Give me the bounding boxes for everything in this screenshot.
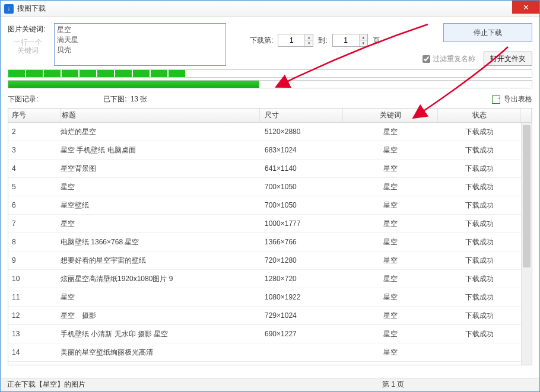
col-header-index[interactable]: 序号: [8, 109, 61, 122]
cell-status: 下载成功: [438, 200, 521, 211]
table-row[interactable]: 8电脑壁纸 1366×768 星空1366×766星空下载成功: [8, 233, 532, 251]
cell-index: 2: [8, 128, 61, 136]
cell-keyword: 星空: [343, 164, 438, 174]
page-from-label: 下载第:: [250, 36, 273, 46]
cell-index: 4: [8, 164, 61, 173]
window-title: 搜图下载: [17, 4, 46, 14]
cell-title: 美丽的星空壁纸绚丽极光高清: [61, 348, 260, 358]
top-panel: 图片关键词: 一行一个 关键词 星空 满天星 贝壳 下载第: ▲ ▼ 到: ▲ …: [1, 17, 539, 69]
table-row[interactable]: 7星空1000×1777星空下载成功: [8, 215, 532, 233]
cell-status: 下载成功: [438, 182, 521, 192]
table-row[interactable]: 10炫丽星空高清壁纸1920x1080图片 91280×720星空下载成功: [8, 270, 532, 288]
cell-title: 星空背景图: [61, 164, 260, 174]
page-range: 下载第: ▲ ▼ 到: ▲ ▼ 页: [250, 34, 380, 47]
cell-size: 690×1227: [260, 330, 343, 338]
cell-status: 下载成功: [438, 127, 521, 137]
stop-download-button[interactable]: 停止下载: [443, 23, 532, 42]
app-icon: ↓: [4, 4, 14, 14]
progress-bar-bottom: [8, 80, 532, 88]
close-icon: ✕: [523, 3, 529, 12]
page-from-down[interactable]: ▼: [305, 41, 313, 47]
filter-duplicate-checkbox[interactable]: 过滤重复名称: [423, 54, 475, 64]
cell-keyword: 星空: [343, 348, 438, 358]
table-row[interactable]: 14美丽的星空壁纸绚丽极光高清星空: [8, 343, 532, 362]
table-row[interactable]: 4星空背景图641×1140星空下载成功: [8, 160, 532, 178]
cell-status: 下载成功: [438, 145, 521, 155]
progress-bar-top: [8, 69, 532, 78]
cell-status: 下载成功: [438, 329, 521, 339]
cell-size: 729×1024: [260, 311, 343, 320]
cell-index: 8: [8, 238, 61, 246]
downloaded-label: 已下图:: [103, 94, 126, 104]
table-row[interactable]: 3星空 手机壁纸 电脑桌面683×1024星空下载成功: [8, 141, 532, 160]
cell-title: 星空: [61, 182, 260, 192]
export-label: 导出表格: [504, 94, 532, 104]
cell-keyword: 星空: [343, 200, 438, 211]
filter-duplicate-label: 过滤重复名称: [433, 54, 475, 64]
col-header-size[interactable]: 尺寸: [260, 109, 343, 122]
table-row[interactable]: 5星空700×1050星空下载成功: [8, 178, 532, 196]
cell-index: 9: [8, 256, 61, 264]
cell-keyword: 星空: [343, 182, 438, 192]
cell-size: 641×1140: [260, 164, 343, 173]
page-from-up[interactable]: ▲: [305, 34, 313, 41]
records-table: 序号 标题 尺寸 关键词 状态 2灿烂的星空5120×2880星空下载成功3星空…: [8, 108, 532, 365]
status-bar: 正在下载【星空】的图片 第 1 页: [1, 378, 539, 391]
table-row[interactable]: 13手机壁纸 小清新 无水印 摄影 星空690×1227星空下载成功: [8, 325, 532, 343]
cell-status: 下载成功: [438, 311, 521, 321]
export-icon: [492, 95, 500, 104]
cell-keyword: 星空: [343, 256, 438, 266]
table-row[interactable]: 9想要好看的星空宇宙的壁纸720×1280星空下载成功: [8, 251, 532, 270]
col-header-status[interactable]: 状态: [438, 109, 521, 122]
cell-index: 7: [8, 219, 61, 228]
cell-size: 1280×720: [260, 275, 343, 283]
page-to-spinner[interactable]: ▲ ▼: [332, 34, 368, 47]
table-row[interactable]: 6星空壁纸700×1050星空下载成功: [8, 196, 532, 215]
progress-area: [1, 69, 539, 88]
cell-title: 星空壁纸: [61, 200, 260, 211]
page-to-up[interactable]: ▲: [360, 34, 367, 41]
cell-title: 想要好看的星空宇宙的壁纸: [61, 256, 260, 266]
cell-status: 下载成功: [438, 237, 521, 247]
cell-title: 星空: [61, 219, 260, 229]
open-folder-button[interactable]: 打开文件夹: [484, 52, 532, 66]
filter-duplicate-input[interactable]: [423, 55, 430, 63]
page-to-down[interactable]: ▼: [360, 41, 367, 47]
records-header: 下图记录: 已下图: 13 张 导出表格: [1, 91, 539, 108]
table-header: 序号 标题 尺寸 关键词 状态: [8, 109, 532, 123]
page-to-input[interactable]: [333, 34, 359, 46]
records-label: 下图记录:: [8, 94, 38, 104]
table-row[interactable]: 12星空 摄影729×1024星空下载成功: [8, 307, 532, 325]
cell-title: 星空 手机壁纸 电脑桌面: [61, 145, 260, 155]
cell-keyword: 星空: [343, 329, 438, 339]
vertical-scrollbar[interactable]: [521, 123, 532, 365]
page-to-label: 到:: [318, 36, 327, 46]
table-row[interactable]: 2灿烂的星空5120×2880星空下载成功: [8, 123, 532, 141]
cell-index: 6: [8, 201, 61, 209]
cell-keyword: 星空: [343, 292, 438, 302]
cell-keyword: 星空: [343, 219, 438, 229]
cell-index: 10: [8, 275, 61, 283]
cell-size: 5120×2880: [260, 128, 343, 136]
cell-size: 1000×1777: [260, 219, 343, 228]
cell-index: 5: [8, 183, 61, 191]
cell-title: 炫丽星空高清壁纸1920x1080图片 9: [61, 274, 260, 284]
cell-size: 720×1280: [260, 256, 343, 264]
keyword-textarea[interactable]: 星空 满天星 贝壳: [54, 23, 226, 66]
col-header-keyword[interactable]: 关键词: [343, 109, 438, 122]
keyword-label: 图片关键词:: [8, 24, 48, 34]
scrollbar-thumb[interactable]: [523, 125, 531, 267]
col-header-title[interactable]: 标题: [61, 109, 260, 122]
close-button[interactable]: ✕: [512, 1, 539, 14]
page-from-spinner[interactable]: ▲ ▼: [278, 34, 313, 47]
cell-size: 1080×1922: [260, 293, 343, 301]
table-row[interactable]: 11星空1080×1922星空下载成功: [8, 288, 532, 307]
keyword-hint: 一行一个 关键词: [8, 38, 48, 55]
cell-size: 700×1050: [260, 201, 343, 209]
page-from-input[interactable]: [278, 34, 304, 46]
cell-size: 700×1050: [260, 183, 343, 191]
cell-keyword: 星空: [343, 127, 438, 137]
export-table-button[interactable]: 导出表格: [492, 94, 532, 104]
downloaded-count: 13 张: [131, 94, 148, 104]
cell-index: 12: [8, 311, 61, 320]
